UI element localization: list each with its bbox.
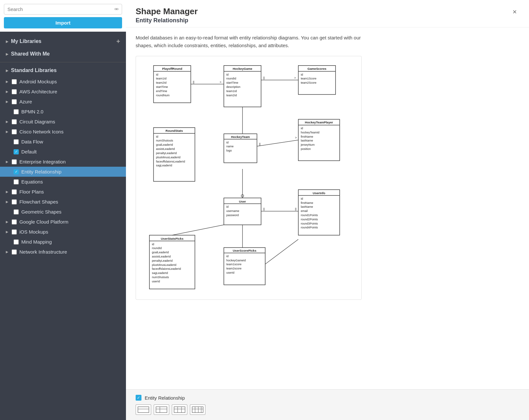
chk-circuit[interactable] [12,119,17,124]
sidebar-item-azure[interactable]: ▶ Azure [0,97,126,107]
chk-geometric[interactable] [14,209,19,215]
arrow-ios: ▶ [6,230,8,234]
chk-mind[interactable] [14,239,19,245]
close-button[interactable]: × [510,6,519,17]
label-aws: AWS Architecture [19,89,57,94]
chk-flowchart[interactable] [12,199,17,205]
sidebar-item-cisco[interactable]: ▶ Cisco Network Icons [0,127,126,137]
shape-icon-4[interactable] [190,404,205,415]
sidebar-list: ▶ My Libraries + ▶ Shared With Me ▶ Stan… [0,32,126,420]
sidebar-item-dataflow[interactable]: Data Flow [0,137,126,147]
chk-dataflow[interactable] [14,139,19,144]
chk-network[interactable] [12,249,17,255]
chk-equations[interactable] [14,179,19,184]
svg-text:logo: logo [226,149,232,152]
main-body: Model databases in an easy-to-read forma… [126,27,529,389]
svg-text:jerseyNum: jerseyNum [300,143,315,146]
svg-text:startTime: startTime [226,81,238,84]
svg-text:hockeyTeamId: hockeyTeamId [301,131,319,134]
svg-rect-108 [156,407,167,413]
svg-text:||: || [193,80,194,84]
shape-icon-3[interactable] [172,404,187,415]
chk-bpmn[interactable] [14,109,19,114]
svg-text:team1Score: team1Score [301,77,316,80]
main-subtitle: Entity Relationship [136,17,198,24]
sidebar-item-geometric[interactable]: Geometric Shapes [0,207,126,217]
add-library-button[interactable]: + [116,38,120,45]
label-android: Android Mockups [19,79,57,84]
svg-text:||: || [263,207,265,211]
svg-text:roundId: roundId [152,247,161,250]
chk-cisco[interactable] [12,129,17,134]
chk-entity[interactable]: ✓ [14,169,19,174]
svg-text:GameScores: GameScores [307,67,327,70]
arrow-android: ▶ [6,80,8,83]
sidebar-item-flowchart[interactable]: ▶ Flowchart Shapes [0,197,126,207]
sidebar-item-entity[interactable]: ✓ Entity Relationship [0,167,126,177]
svg-text:numShutouts: numShutouts [152,276,169,279]
sidebar-item-default[interactable]: ✓ Default [0,147,126,157]
shared-with-me-header[interactable]: ▶ Shared With Me [0,48,126,60]
description-text: Model databases in an easy-to-read forma… [136,34,362,49]
svg-text:id: id [301,127,303,130]
sidebar-item-aws[interactable]: ▶ AWS Architecture [0,87,126,97]
chk-android[interactable] [12,79,17,84]
svg-text:id: id [226,73,229,76]
sidebar-item-circuit[interactable]: ▶ Circuit Diagrams [0,117,126,127]
arrow-enterprise: ▶ [6,160,8,163]
svg-text:lastName: lastName [301,205,313,208]
svg-text:team2Id: team2Id [226,94,237,97]
svg-text:description: description [226,85,240,89]
chk-ios[interactable] [12,229,17,235]
footer-check-icon[interactable]: ✓ [136,395,141,401]
arrow-cisco: ▶ [6,130,8,133]
svg-text:firstName: firstName [301,135,313,138]
chk-aws[interactable] [12,89,17,94]
svg-text:id: id [152,243,154,246]
svg-text:password: password [226,214,239,217]
sidebar-item-equations[interactable]: Equations [0,177,126,187]
standard-libraries-header[interactable]: ▶ Standard Libraries [0,64,126,77]
chk-floor[interactable] [12,189,17,194]
chk-default[interactable]: ✓ [14,149,19,154]
svg-text:round1Points: round1Points [301,214,318,217]
sidebar-item-gcp[interactable]: ▶ Google Cloud Platform [0,217,126,227]
svg-text:team2score: team2score [226,267,242,270]
shape-icon-2[interactable] [154,404,169,415]
chk-azure[interactable] [12,99,17,104]
sidebar: ⚮ Import ▶ My Libraries + ▶ Shared With … [0,0,126,420]
search-box[interactable]: ⚮ [4,4,122,15]
sidebar-item-floor[interactable]: ▶ Floor Plans [0,187,126,197]
svg-line-105 [265,239,298,264]
footer-section: ✓ Entity Relationship [126,389,529,420]
arrow-flowchart: ▶ [6,200,8,204]
sidebar-item-network[interactable]: ▶ Network Infrastructure [0,247,126,257]
svg-text:assistLeaderId: assistLeaderId [152,255,171,258]
chk-enterprise[interactable] [12,159,17,164]
sidebar-item-bpmn[interactable]: BPMN 2.0 [0,107,126,117]
svg-text:id: id [226,141,229,144]
svg-text:round4Points: round4Points [301,226,318,229]
svg-text:||: || [259,142,261,146]
shape-icon-1[interactable] [136,404,151,415]
label-circuit: Circuit Diagrams [19,119,55,124]
svg-rect-106 [138,407,149,413]
my-libraries-header[interactable]: ▶ My Libraries + [0,35,126,48]
main-panel: Shape Manager Entity Relationship × Mode… [126,0,529,420]
shape-icons-row [136,404,519,415]
label-geometric: Geometric Shapes [21,209,61,215]
svg-text:roundId: roundId [226,77,236,80]
er-diagram-svg: .er-box { fill: #fff; stroke: #333; stro… [141,61,356,293]
search-input[interactable] [7,6,114,12]
shared-arrow: ▶ [6,52,8,56]
sidebar-item-android-mockups[interactable]: ▶ Android Mockups [0,77,126,87]
arrow-floor: ▶ [6,190,8,194]
svg-text:||: || [295,207,296,211]
chk-gcp[interactable] [12,219,17,225]
sidebar-item-ios[interactable]: ▶ iOS Mockups [0,227,126,237]
sidebar-item-mind[interactable]: Mind Mapping [0,237,126,247]
svg-text:numShutouts: numShutouts [156,139,173,142]
sidebar-item-enterprise[interactable]: ▶ Enterprise Integration [0,157,126,167]
svg-text:team2Id: team2Id [156,81,166,84]
import-button[interactable]: Import [4,17,122,28]
